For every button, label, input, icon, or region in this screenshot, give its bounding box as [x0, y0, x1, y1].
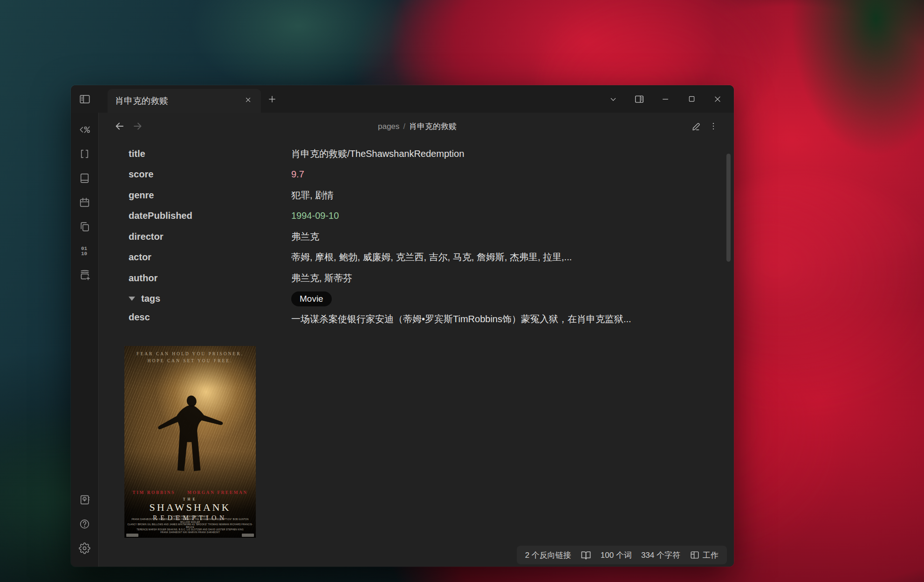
attr-value[interactable]: 9.7 — [291, 169, 734, 180]
svg-text:10: 10 — [81, 251, 87, 257]
toggle-right-dock-button[interactable] — [634, 94, 644, 104]
attr-key-label: genre — [129, 190, 154, 201]
attr-row-title: title 肖申克的救赎/TheShawshankRedemption — [99, 143, 734, 164]
poster-logo-castle-rock — [126, 534, 138, 537]
poster-tagline-1: FEAR CAN HOLD YOU PRISONER. — [124, 351, 256, 358]
attr-key-label: score — [129, 169, 153, 180]
titlebar: 肖申克的救赎 — [71, 85, 734, 113]
workspace-switcher[interactable]: 工作 — [690, 550, 719, 561]
app-body: 01 10 — [71, 113, 734, 567]
poster-tagline-2: HOPE CAN SET YOU FREE. — [124, 358, 256, 365]
left-dock: 01 10 — [71, 113, 99, 567]
backlinks-label: 2 个反向链接 — [525, 550, 571, 561]
template-button[interactable] — [73, 117, 97, 142]
bracket-reference-button[interactable] — [73, 142, 97, 166]
tab-close-icon[interactable] — [243, 95, 253, 107]
poster-credits-line: FRANK DARABONT TIM ROBBINS MORGAN FREEMA… — [127, 518, 253, 523]
collapse-triangle-icon[interactable] — [129, 297, 135, 301]
char-count-label: 334 个字符 — [641, 550, 680, 561]
char-count: 334 个字符 — [641, 550, 680, 561]
minimize-button[interactable] — [660, 94, 671, 104]
breadcrumb-parent[interactable]: pages — [378, 122, 399, 131]
attr-value[interactable]: 一场谋杀案使银行家安迪（蒂姆•罗宾斯TimRobbins饰）蒙冤入狱，在肖申克监… — [291, 309, 706, 328]
edit-mode-button[interactable] — [688, 118, 705, 135]
tab-title: 肖申克的救赎 — [115, 95, 243, 107]
maximize-button[interactable] — [686, 94, 697, 104]
attr-value[interactable]: 弗兰克 — [291, 230, 734, 243]
flashcard-add-button[interactable] — [73, 263, 97, 287]
attr-value[interactable]: 1994-09-10 — [291, 210, 734, 221]
arrow-left-icon — [114, 121, 125, 132]
kebab-menu-icon — [709, 122, 718, 131]
titlebar-drag-region — [283, 85, 608, 113]
workspace-label: 工作 — [703, 550, 719, 561]
toggle-left-dock-button[interactable] — [71, 85, 99, 113]
flashcard-add-icon — [79, 269, 91, 281]
doc-more-button[interactable] — [705, 118, 722, 135]
editor-area: pages/肖申克的救赎 title — [99, 113, 734, 567]
new-tab-button[interactable] — [261, 85, 283, 113]
poster-credits-line: CLANCY BROWN GIL BELLOWS AND JAMES WHITM… — [127, 523, 253, 528]
attr-row-datePublished: datePublished 1994-09-10 — [99, 206, 734, 227]
backlinks-count[interactable]: 2 个反向链接 — [525, 550, 571, 561]
attr-row-director: director 弗兰克 — [99, 226, 734, 247]
pencil-edit-icon — [691, 121, 702, 131]
safe-backup-button[interactable] — [73, 487, 97, 512]
attr-value[interactable]: 弗兰克, 斯蒂芬 — [291, 272, 734, 284]
nav-forward-button[interactable] — [129, 117, 146, 135]
breadcrumb-separator: / — [403, 122, 405, 131]
window-controls — [608, 85, 734, 113]
doc-header: pages/肖申克的救赎 — [99, 113, 734, 140]
chevron-down-icon — [609, 95, 618, 104]
help-button[interactable] — [73, 512, 97, 536]
workspace-layout-icon — [690, 550, 700, 560]
binary-data-button[interactable]: 01 10 — [73, 238, 97, 263]
breadcrumb[interactable]: pages/肖申克的救赎 — [146, 121, 688, 132]
daily-note-calendar-icon — [79, 196, 90, 208]
settings-gear-icon — [79, 542, 90, 554]
attr-row-actor: actor 蒂姆, 摩根, 鲍勃, 威廉姆, 克兰西, 吉尔, 马克, 詹姆斯,… — [99, 247, 734, 268]
attr-key-label: desc — [129, 312, 150, 323]
panel-left-icon — [79, 93, 91, 105]
attr-key-label: actor — [129, 252, 151, 263]
plus-icon — [267, 95, 277, 104]
attr-key-label: title — [129, 149, 145, 159]
attribute-table: title 肖申克的救赎/TheShawshankRedemption scor… — [99, 143, 734, 330]
copy-duplicate-icon — [79, 221, 90, 232]
tag-pill[interactable]: Movie — [291, 291, 332, 306]
attr-key-label: datePublished — [129, 210, 192, 221]
attr-value[interactable]: 蒂姆, 摩根, 鲍勃, 威廉姆, 克兰西, 吉尔, 马克, 詹姆斯, 杰弗里, … — [291, 251, 734, 264]
poster-figure-silhouette — [137, 379, 243, 491]
attr-row-desc: desc 一场谋杀案使银行家安迪（蒂姆•罗宾斯TimRobbins饰）蒙冤入狱，… — [99, 309, 734, 330]
attr-key-label: author — [129, 273, 157, 284]
attr-value[interactable]: 肖申克的救赎/TheShawshankRedemption — [291, 148, 734, 160]
minimize-icon — [661, 95, 670, 104]
help-icon — [79, 518, 90, 530]
tab-shawshank[interactable]: 肖申克的救赎 — [108, 89, 261, 113]
attr-row-genre: genre 犯罪, 剧情 — [99, 185, 734, 206]
breadcrumb-current[interactable]: 肖申克的救赎 — [409, 122, 457, 131]
tab-menu-button[interactable] — [608, 94, 618, 104]
bracket-reference-icon — [79, 148, 90, 160]
attr-value[interactable]: 犯罪, 剧情 — [291, 189, 734, 202]
safe-backup-icon — [79, 494, 90, 506]
close-icon — [713, 95, 722, 104]
notebook-button[interactable] — [73, 166, 97, 190]
duplicate-button[interactable] — [73, 214, 97, 238]
word-count: 100 个词 — [601, 550, 632, 561]
vertical-scrollbar-thumb[interactable] — [726, 154, 731, 262]
settings-button[interactable] — [73, 536, 97, 560]
movie-poster-image[interactable]: FEAR CAN HOLD YOU PRISONER. HOPE CAN SET… — [124, 346, 256, 538]
nav-back-button[interactable] — [111, 117, 129, 135]
status-bar: 2 个反向链接 100 个词 334 个字符 — [517, 546, 727, 564]
app-window: 肖申克的救赎 — [71, 85, 734, 567]
daily-note-button[interactable] — [73, 190, 97, 214]
poster-actor-right: MORGAN FREEMAN — [187, 490, 248, 495]
notebook-icon — [79, 172, 90, 184]
word-count-label: 100 个词 — [601, 550, 632, 561]
panel-right-icon — [634, 94, 644, 105]
close-window-button[interactable] — [712, 94, 723, 104]
reading-mode-button[interactable] — [581, 550, 591, 561]
attr-key-label: tags — [141, 293, 160, 304]
attr-key-label: director — [129, 231, 163, 242]
